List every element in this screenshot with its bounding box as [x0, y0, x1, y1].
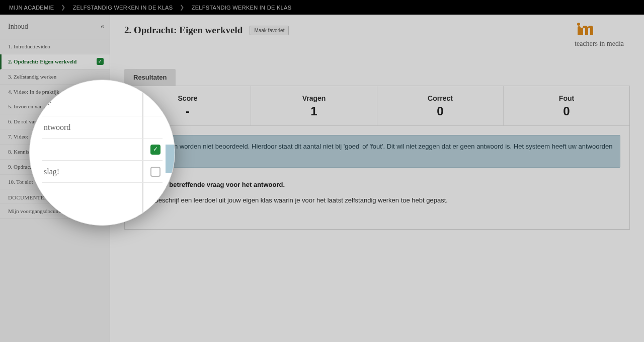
breadcrumb-item[interactable]: MIJN ACADEMIE: [9, 5, 54, 11]
lens-text: de: [44, 98, 51, 107]
stats-row: Score - Vragen 1 Correct 0 Fout 0: [125, 86, 629, 126]
brand-logo: teachers in media: [575, 22, 624, 48]
question-row[interactable]: Beschrijf een leerdoel uit jouw eigen kl…: [139, 196, 620, 204]
lens-row: de: [42, 94, 163, 116]
lens-text: ntwoord: [44, 123, 70, 132]
brand-text: teachers in media: [575, 40, 624, 48]
checkbox-empty-icon: [150, 167, 160, 177]
stat-label: Fout: [504, 94, 629, 102]
sidebar-item[interactable]: 1. Introductievideo: [0, 39, 110, 54]
stat-wrong: Fout 0: [504, 86, 629, 125]
stat-correct: Correct 0: [377, 86, 504, 125]
chevron-right-icon: ❯: [180, 4, 184, 11]
main-content: 2. Opdracht: Eigen werkveld Maak favorie…: [110, 15, 644, 342]
chevron-right-icon: ❯: [61, 4, 65, 11]
breadcrumb-bar: MIJN ACADEMIE ❯ ZELFSTANDIG WERKEN IN DE…: [0, 0, 644, 15]
sidebar-item-label: 2. Opdracht: Eigen werkveld: [8, 58, 76, 65]
question-text: Beschrijf een leerdoel uit jouw eigen kl…: [154, 196, 448, 204]
stat-value: 1: [251, 104, 377, 118]
page-title: 2. Opdracht: Eigen werkveld: [124, 25, 243, 36]
stat-label: Correct: [377, 94, 503, 102]
stat-questions: Vragen 1: [251, 86, 377, 125]
question-header: p de betreffende vraag voor het antwoord…: [154, 181, 620, 188]
breadcrumb-item[interactable]: ZELFSTANDIG WERKEN IN DE KLAS: [73, 5, 173, 11]
results-panel: Score - Vragen 1 Correct 0 Fout 0 open v…: [124, 86, 630, 230]
stat-label: Vragen: [251, 94, 377, 102]
lens-text: slag!: [44, 167, 59, 176]
magnifier-lens: de ntwoord ✓ slag!: [29, 80, 175, 226]
lens-row: ✓: [42, 139, 163, 161]
check-icon: ✓: [150, 145, 160, 155]
logo-icon: [575, 22, 602, 39]
lens-row: ntwoord: [42, 116, 163, 139]
favorite-button[interactable]: Maak favoriet: [250, 26, 289, 35]
info-notice: open vragen worden niet beoordeeld. Hier…: [134, 135, 620, 168]
collapse-sidebar-icon[interactable]: «: [101, 23, 103, 31]
check-icon: ✓: [97, 58, 104, 65]
sidebar-item-active[interactable]: 2. Opdracht: Eigen werkveld ✓: [0, 54, 110, 70]
stat-value: 0: [504, 104, 629, 118]
sidebar-item-label: 7. Video:: [8, 133, 28, 141]
sidebar-item-label: 1. Introductievideo: [8, 43, 50, 50]
stat-value: 0: [377, 104, 503, 118]
sidebar-title: Inhoud: [8, 23, 28, 31]
lens-row: slag!: [42, 161, 163, 183]
svg-point-0: [577, 23, 580, 26]
breadcrumb-item[interactable]: ZELFSTANDIG WERKEN IN DE KLAS: [192, 5, 292, 11]
lens-row: [42, 183, 163, 205]
